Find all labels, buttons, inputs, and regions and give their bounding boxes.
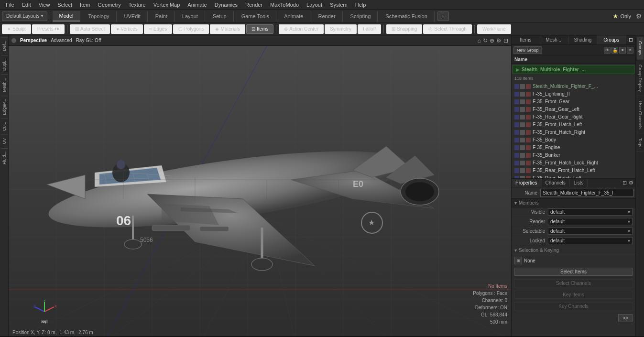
viewport-raygl-label[interactable]: Ray GL: Off bbox=[76, 38, 101, 43]
key-items-btn[interactable]: Key Items bbox=[514, 291, 633, 299]
menu-system[interactable]: System bbox=[326, 2, 351, 8]
workplane-tool-tab[interactable]: WorkPlane bbox=[477, 24, 511, 34]
menu-help[interactable]: Help bbox=[351, 2, 370, 8]
tree-item-2[interactable]: F-35_Front_Gear bbox=[512, 98, 635, 106]
mode-tab-uvedit[interactable]: UVEdit bbox=[118, 11, 148, 22]
menu-item[interactable]: Item bbox=[76, 2, 94, 8]
menu-edit[interactable]: Edit bbox=[18, 2, 35, 8]
tree-item-6[interactable]: F-35_Front_Hatch_Right bbox=[512, 129, 635, 136]
falloff-tool-tab[interactable]: Falloff bbox=[358, 24, 381, 34]
tree-item-0[interactable]: Stealth_Multirole_Fighter_F_... bbox=[512, 83, 635, 90]
prop-value-render[interactable]: default ▾ bbox=[548, 218, 633, 225]
prop-value-locked[interactable]: default ▾ bbox=[548, 237, 633, 244]
props-name-value[interactable]: Stealth_Multirole_Fighter_F_35_l bbox=[540, 189, 633, 197]
action-center-tool-tab[interactable]: ⊕ Action Center bbox=[279, 24, 324, 34]
menu-view[interactable]: View bbox=[35, 2, 54, 8]
tree-item-8[interactable]: F-35_Engine bbox=[512, 144, 635, 152]
tree-item-1[interactable]: F-35_Lightning_II bbox=[512, 90, 635, 98]
viewport-perspective-label[interactable]: Perspective bbox=[20, 38, 47, 43]
mode-tab-setup[interactable]: Setup bbox=[206, 11, 234, 22]
mode-tab-render[interactable]: Render bbox=[311, 11, 342, 22]
symmetry-tool-tab[interactable]: Symmetry bbox=[325, 24, 357, 34]
props-tab-lists[interactable]: Lists bbox=[570, 179, 588, 187]
presets-tool-tab[interactable]: Presets F8 bbox=[32, 24, 65, 34]
sidebar-tab-dupl[interactable]: Dupl... bbox=[1, 55, 8, 74]
select-through-tool-tab[interactable]: ◎ Select Through bbox=[423, 24, 472, 34]
tree-item-4[interactable]: F-35_Rear_Gear_Right bbox=[512, 113, 635, 121]
tree-item-7[interactable]: F-35_Body bbox=[512, 136, 635, 144]
items-tool-tab[interactable]: ⊡ Items bbox=[246, 24, 273, 34]
tree-item-3[interactable]: F-35_Rear_Gear_Left bbox=[512, 106, 635, 113]
tree-item-9[interactable]: F-35_Bunker bbox=[512, 152, 635, 159]
tree-item-11[interactable]: F-35_Rear_Front_Hatch_Left bbox=[512, 167, 635, 174]
menu-maxtomodo[interactable]: MaxToModo bbox=[266, 2, 303, 8]
arrow-btn[interactable]: >> bbox=[618, 314, 633, 322]
menu-animate[interactable]: Animate bbox=[184, 2, 210, 8]
props-tab-properties[interactable]: Properties bbox=[512, 179, 542, 187]
panel-icon-vis[interactable]: 👁 bbox=[604, 47, 611, 54]
viewport-3d[interactable]: E0 ★ 06 5056 bbox=[9, 46, 511, 336]
default-layouts-btn[interactable]: Default Layouts ▾ bbox=[2, 11, 47, 21]
tab-shading[interactable]: Shading bbox=[569, 35, 598, 44]
tree-item-10[interactable]: F-35_Front_Hatch_Lock_Right bbox=[512, 159, 635, 167]
mode-tab-gametools[interactable]: Game Tools bbox=[235, 11, 277, 22]
mode-tab-paint[interactable]: Paint bbox=[149, 11, 175, 22]
panel-icon-color[interactable]: ■ bbox=[619, 47, 626, 54]
new-group-btn[interactable]: New Group bbox=[513, 46, 542, 54]
menu-geometry[interactable]: Geometry bbox=[94, 2, 124, 8]
menu-select[interactable]: Select bbox=[54, 2, 76, 8]
menu-vertexmap[interactable]: Vertex Map bbox=[150, 2, 184, 8]
props-tab-channels[interactable]: Channels bbox=[542, 179, 570, 187]
select-channels-btn[interactable]: Select Channels bbox=[514, 279, 633, 287]
viewport-advanced-label[interactable]: Advanced bbox=[51, 38, 72, 43]
prop-value-visible[interactable]: default ▾ bbox=[548, 208, 633, 216]
tab-items[interactable]: Items bbox=[512, 35, 540, 44]
viewport-refresh-icon[interactable]: ↻ bbox=[483, 37, 488, 44]
sidebar-tab-fluid[interactable]: Fluid... bbox=[1, 148, 8, 167]
select-items-btn[interactable]: Select Items bbox=[514, 268, 633, 276]
sidebar-tab-cu[interactable]: Cu... bbox=[1, 119, 8, 134]
mode-tab-schematic[interactable]: Schematic Fusion bbox=[379, 11, 434, 22]
props-settings-icon[interactable]: ⚙ bbox=[629, 180, 633, 186]
mode-tab-scripting[interactable]: Scripting bbox=[344, 11, 378, 22]
mode-tab-model[interactable]: Model bbox=[53, 11, 81, 22]
mode-tab-topology[interactable]: Topology bbox=[81, 11, 116, 22]
prop-value-selectable[interactable]: default ▾ bbox=[548, 228, 633, 235]
key-channels-btn[interactable]: Key Channels bbox=[514, 302, 633, 310]
menu-file[interactable]: File bbox=[2, 2, 18, 8]
tree-item-12[interactable]: F-35_Rear_Hatch_Left bbox=[512, 174, 635, 178]
panel-icon-list[interactable]: ≡ bbox=[627, 47, 633, 54]
mode-tab-layout[interactable]: Layout bbox=[175, 11, 205, 22]
gear-icon[interactable]: ⚙ bbox=[636, 12, 642, 20]
vertices-tool-tab[interactable]: ● Vertices bbox=[111, 24, 143, 34]
autoselect-tool-tab[interactable]: ⊞ Auto Select bbox=[70, 24, 110, 34]
menu-dynamics[interactable]: Dynamics bbox=[211, 2, 241, 8]
panel-expand-btn[interactable]: ⊡ bbox=[626, 35, 635, 44]
viewport-home-icon[interactable]: ⌂ bbox=[478, 37, 481, 44]
props-expand-icon[interactable]: ⊡ bbox=[622, 180, 627, 186]
viewport-settings-icon[interactable]: ⚙ bbox=[496, 37, 502, 44]
add-tab-btn[interactable]: + bbox=[437, 11, 449, 21]
tree-item-5[interactable]: F-35_Front_Hatch_Left bbox=[512, 121, 635, 129]
sidebar-tab-uv[interactable]: UV bbox=[1, 135, 8, 147]
viewport-maximize-icon[interactable]: ⊡ bbox=[503, 37, 508, 44]
menu-render[interactable]: Render bbox=[241, 2, 266, 8]
right-sidebar-tab-user-channels[interactable]: User Channels bbox=[637, 97, 644, 134]
snapping-tool-tab[interactable]: ⊞ Snapping bbox=[386, 24, 422, 34]
sculpt-tool-tab[interactable]: ✦ Sculpt bbox=[2, 24, 31, 34]
right-sidebar-tab-group-display[interactable]: Group Display bbox=[637, 61, 644, 96]
sidebar-tab-edge[interactable]: EdgeP... bbox=[1, 96, 8, 118]
menu-texture[interactable]: Texture bbox=[125, 2, 150, 8]
tab-groups[interactable]: Groups bbox=[597, 35, 626, 44]
materials-tool-tab[interactable]: ◈ Materials bbox=[210, 24, 245, 34]
sidebar-tab-mesh[interactable]: Mesh... bbox=[1, 75, 8, 95]
panel-icon-lock[interactable]: 🔒 bbox=[611, 47, 618, 54]
right-sidebar-tab-tags[interactable]: Tags bbox=[637, 134, 644, 152]
right-sidebar-tab-groups[interactable]: Groups bbox=[637, 37, 644, 60]
group-root-item[interactable]: ▶ Stealth_Multirole_Fighter_... bbox=[513, 65, 634, 74]
mode-tab-animate[interactable]: Animate bbox=[277, 11, 310, 22]
sidebar-tab-def[interactable]: Def... bbox=[1, 37, 8, 54]
edges-tool-tab[interactable]: ⌗ Edges bbox=[144, 24, 172, 34]
menu-layout[interactable]: Layout bbox=[303, 2, 326, 8]
polygons-tool-tab[interactable]: ⬡ Polygons bbox=[173, 24, 209, 34]
